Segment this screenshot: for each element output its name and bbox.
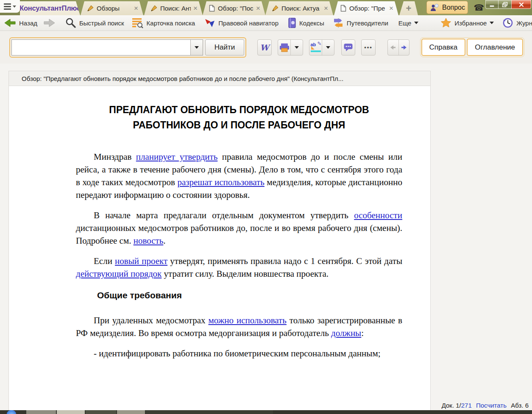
tab-obzory[interactable]: Обзоры ×	[81, 1, 143, 15]
document-area: Обзор: "Предлагают обновить порядок медо…	[0, 64, 532, 414]
doc-link[interactable]: можно использовать	[209, 315, 287, 325]
tab-poisk-antik[interactable]: Поиск: Антик ×	[144, 1, 203, 15]
doc-link[interactable]: разрешат использовать	[177, 177, 264, 187]
export-word-button[interactable]: W	[257, 39, 272, 56]
pen-icon	[150, 5, 157, 12]
comment-button[interactable]	[341, 39, 355, 56]
plus-icon: +	[406, 3, 412, 14]
more-label: Еще	[398, 19, 412, 27]
count-link[interactable]: Посчитать	[476, 402, 507, 409]
back-label: Назад	[19, 19, 37, 27]
tab-label: Поиск: Антик	[160, 5, 191, 12]
tab-obzor-pre-active[interactable]: Обзор: "Пре ×	[334, 1, 398, 15]
consultant-person-icon	[429, 3, 440, 12]
back-arrow-icon	[3, 17, 16, 28]
codes-book-icon	[288, 17, 296, 28]
forward-arrow-icon	[43, 17, 56, 28]
prev-fragment-button[interactable]	[388, 40, 398, 55]
next-fragment-button[interactable]	[398, 40, 409, 55]
doc-link[interactable]: особенности	[354, 210, 402, 220]
more-actions-button[interactable]: •••	[361, 39, 376, 56]
tab-poisk-aktua[interactable]: Поиск: Актуа ×	[265, 1, 333, 15]
highlight-button[interactable]: ab ✎	[309, 39, 334, 56]
question-button[interactable]: Вопрос	[426, 1, 468, 14]
doc-blocks: Минздрав планирует утвердить правила мед…	[76, 150, 402, 360]
minimize-button[interactable]	[485, 0, 499, 9]
tab-bar: КонсультантПлюс Обзоры × Поиск: Антик × …	[0, 0, 532, 15]
doc-text: При удаленных медосмотрах	[94, 315, 209, 325]
doc-link[interactable]: планирует утвердить	[136, 152, 218, 162]
help-button[interactable]: Справка	[421, 39, 466, 56]
doc-text: Если	[94, 256, 115, 266]
chevron-down-icon	[326, 46, 330, 51]
guides-button[interactable]: Путеводители	[333, 18, 388, 28]
doc-total-link[interactable]: 271	[461, 402, 472, 409]
quick-search-button[interactable]: Быстрый поиск	[65, 17, 124, 28]
close-button[interactable]	[512, 0, 531, 9]
codes-button[interactable]: Кодексы	[288, 17, 324, 28]
document-header-text: Обзор: "Предлагают обновить порядок медо…	[22, 75, 343, 82]
question-label: Вопрос	[442, 4, 465, 11]
doc-text: .	[163, 236, 165, 246]
toolbar: Назад Быстрый поиск Карточка поиска Прав…	[0, 15, 532, 31]
close-icon[interactable]: ×	[255, 5, 261, 12]
more-button[interactable]: Еще	[398, 19, 419, 27]
close-icon[interactable]: ×	[323, 5, 329, 12]
close-icon[interactable]: ×	[388, 5, 394, 12]
doc-text: - идентифицировать работника по биометри…	[94, 348, 381, 358]
document-icon	[340, 5, 346, 12]
search-card-icon	[132, 17, 144, 28]
chevron-down-icon	[195, 46, 199, 51]
back-button[interactable]: Назад	[3, 17, 37, 28]
doc-text: Общие требования	[97, 290, 182, 300]
highlight-dropdown-button[interactable]	[322, 40, 334, 55]
tab-label: Поиск: Актуа	[281, 5, 321, 12]
document-header: Обзор: "Предлагают обновить порядок медо…	[8, 71, 431, 86]
search-dropdown-button[interactable]	[190, 40, 203, 55]
doc-text: утратит силу. Выделим новшества проекта.	[162, 269, 329, 279]
close-icon[interactable]: ×	[192, 5, 198, 12]
taskbar-strip[interactable]	[0, 410, 532, 414]
logo-tab[interactable]: КонсультантПлюс	[20, 1, 80, 15]
search-card-label: Карточка поиска	[147, 19, 195, 27]
print-dropdown-button[interactable]	[290, 40, 303, 55]
chevron-down-icon	[13, 6, 16, 9]
close-icon[interactable]: ×	[133, 5, 139, 12]
favorites-label: Избранное	[454, 19, 487, 27]
phone-icon[interactable]: ☎	[471, 2, 487, 13]
doc-counter-label: Док. 1/	[442, 402, 461, 409]
logo-text: КонсультантПлюс	[19, 4, 81, 12]
start-orb-icon[interactable]	[7, 410, 16, 414]
favorites-button[interactable]: Избранное	[440, 17, 494, 28]
maximize-button[interactable]	[499, 0, 512, 9]
doc-text: дистанционных медосмотров работников до,…	[76, 223, 402, 246]
tab-label: Обзоры	[97, 5, 131, 12]
doc-subheading: Общие требования	[76, 290, 402, 300]
minimize-icon	[486, 0, 498, 9]
main-menu-button[interactable]	[0, 0, 20, 13]
doc-link[interactable]: новость	[134, 236, 164, 246]
journal-button[interactable]: Журнал	[502, 17, 532, 28]
forward-button[interactable]	[43, 17, 56, 28]
document-body[interactable]: ПРЕДЛАГАЮТ ОБНОВИТЬ ПОРЯДОК МЕДОСМОТРОВ …	[8, 86, 431, 414]
printer-icon[interactable]	[278, 40, 290, 55]
new-tab-button[interactable]: +	[399, 1, 418, 15]
doc-link[interactable]: новый проект	[115, 256, 167, 266]
doc-link[interactable]: действующий порядок	[76, 269, 162, 279]
navigator-icon	[204, 17, 215, 28]
journal-clock-icon	[502, 17, 513, 28]
chevron-down-icon	[295, 46, 299, 51]
toc-button[interactable]: Оглавление	[467, 39, 523, 56]
guides-label: Путеводители	[347, 19, 388, 27]
doc-link[interactable]: должны	[331, 328, 361, 338]
tab-obzor-pos[interactable]: Обзор: "Пос ×	[203, 1, 265, 15]
arrow-left-icon	[390, 44, 396, 50]
search-combo	[11, 39, 203, 56]
search-card-button[interactable]: Карточка поиска	[132, 17, 195, 28]
print-button[interactable]	[278, 39, 303, 56]
legal-navigator-button[interactable]: Правовой навигатор	[204, 17, 279, 28]
highlighter-icon[interactable]: ab ✎	[309, 40, 322, 55]
find-button[interactable]: Найти	[205, 39, 244, 56]
tab-label: Обзор: "Пре	[349, 5, 387, 12]
search-input[interactable]	[12, 40, 190, 55]
